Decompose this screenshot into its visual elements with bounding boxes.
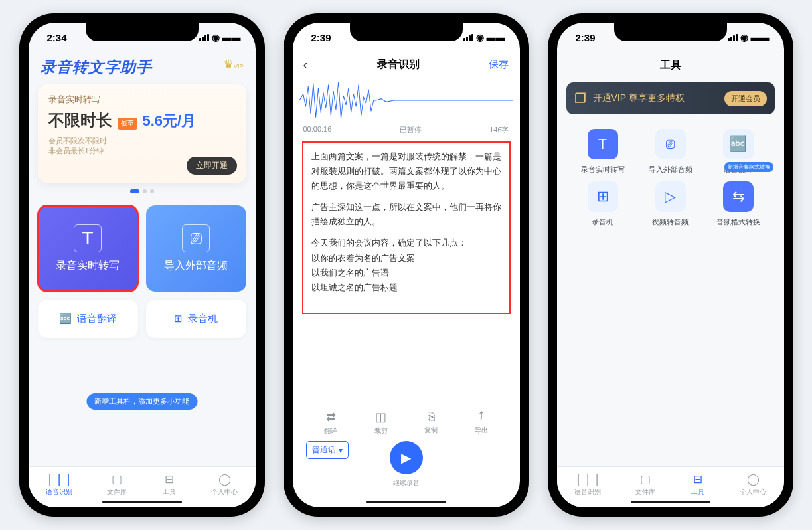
promo-card[interactable]: 录音实时转写 不限时长 低至 5.6元/月 会员不限次不限时 非会员最长1分钟 … xyxy=(38,84,246,183)
crop-action[interactable]: ◫裁剪 xyxy=(374,410,388,436)
translate-action[interactable]: ⇄翻译 xyxy=(324,410,337,436)
recorder-icon: ⊞ xyxy=(588,181,618,212)
notch xyxy=(350,23,463,41)
home-indicator[interactable] xyxy=(366,501,446,503)
export-action[interactable]: ⤴导出 xyxy=(475,410,488,436)
promo-note2: 非会员最长1分钟 xyxy=(48,147,104,155)
signal-icon xyxy=(728,34,738,41)
nav-title: 录音识别 xyxy=(377,58,420,72)
tool-recorder[interactable]: ⊞ 录音机 xyxy=(572,181,634,227)
wifi-icon: ◉ xyxy=(476,32,484,43)
battery-icon: ▬▬ xyxy=(487,32,505,43)
home-indicator[interactable] xyxy=(631,501,710,503)
tools-icon: ⊟ xyxy=(690,472,705,486)
phone-home: 2:34➤ ◉ ▬▬ 录音转文字助手 ♛VIP 录音实时转写 不限时长 低至 5… xyxy=(19,13,265,517)
play-button[interactable]: ▶ xyxy=(390,441,423,474)
profile-icon: ◯ xyxy=(746,472,760,486)
tool-realtime[interactable]: T 录音实时转写 xyxy=(572,129,634,175)
export-icon: ⤴ xyxy=(478,410,484,424)
translate-icon: 🔤 xyxy=(723,129,754,159)
nav-bar: ‹ 录音识别 保存 xyxy=(293,52,520,77)
tool-video2audio[interactable]: ▷ 视频转音频 xyxy=(639,181,702,227)
crop-icon: ◫ xyxy=(375,410,386,424)
status-time: 2:39 xyxy=(576,32,596,43)
convert-icon: ⇆ xyxy=(723,181,754,212)
translate-icon: 🔤 xyxy=(59,313,72,325)
import-audio-card[interactable]: ⎚ 导入外部音频 xyxy=(146,205,246,292)
signal-icon xyxy=(463,34,473,41)
phone-tools: 2:39➤ ◉ ▬▬ 工具 ❐ 开通VIP 尊享更多特权 开通会员 T 录音实时… xyxy=(548,13,793,517)
play-icon: ▶ xyxy=(401,450,411,466)
copy-action[interactable]: ⎘复制 xyxy=(424,410,438,436)
recorder-icon: ⊞ xyxy=(174,313,183,325)
tab-profile[interactable]: ◯个人中心 xyxy=(740,472,766,497)
waveform[interactable] xyxy=(293,77,520,124)
play-caption: 继续录音 xyxy=(393,478,420,487)
time-bar: 00:00:16 已暂停 146字 xyxy=(293,125,520,135)
promo-headline: 不限时长 xyxy=(48,110,112,131)
promo-subtitle: 录音实时转写 xyxy=(48,94,236,106)
import-label: 导入外部音频 xyxy=(164,259,228,273)
transcript-p2: 广告主深知这一点，所以在文案中，他们一再将你描绘成独立的人。 xyxy=(311,200,501,229)
char-count: 146字 xyxy=(489,125,509,135)
status-time: 2:34 xyxy=(47,32,67,43)
realtime-label: 录音实时转写 xyxy=(56,259,120,273)
transcript-p5: 以我们之名的广告语 xyxy=(311,266,501,280)
tab-voice[interactable]: ❘❘❘语音识别 xyxy=(574,472,601,497)
save-button[interactable]: 保存 xyxy=(489,58,509,71)
promo-badge: 低至 xyxy=(118,118,137,130)
play-status: 已暂停 xyxy=(400,125,422,135)
tab-files[interactable]: ▢文件库 xyxy=(635,472,655,497)
voice-translate-card[interactable]: 🔤 语音翻译 xyxy=(38,300,138,338)
notch xyxy=(86,23,199,41)
new-feature-pill[interactable]: 新增工具栏，添加更多小功能 xyxy=(86,393,197,410)
activate-button[interactable]: 立即开通 xyxy=(187,157,237,175)
promo-price: 5.6元/月 xyxy=(143,111,197,131)
phone-recognition: 2:39➤ ◉ ▬▬ ‹ 录音识别 保存 00:00:16 已暂停 146 xyxy=(284,13,529,517)
tool-translate[interactable]: 🔤 语音翻译 新增音频格式转换 xyxy=(707,129,770,175)
new-badge: 新增音频格式转换 xyxy=(724,162,773,172)
vip-banner[interactable]: ❐ 开通VIP 尊享更多特权 开通会员 xyxy=(566,82,775,114)
action-toolbar: ⇄翻译 ◫裁剪 ⎘复制 ⤴导出 xyxy=(293,404,520,436)
import-icon: ⎚ xyxy=(655,129,686,159)
voice-icon: ❘❘❘ xyxy=(52,472,66,486)
tab-tools[interactable]: ⊟工具 xyxy=(162,472,177,497)
voice-icon: ❘❘❘ xyxy=(580,472,595,486)
recorder-card[interactable]: ⊞ 录音机 xyxy=(146,300,246,338)
vip-crown-icon[interactable]: ♛VIP xyxy=(223,57,244,72)
transcribe-icon: T xyxy=(74,224,102,252)
folder-icon: ▢ xyxy=(638,472,653,486)
tab-profile[interactable]: ◯个人中心 xyxy=(211,472,238,497)
transcript-box[interactable]: 上面两篇文案，一篇是对服装传统的解禁，一篇是对服装规则的打破。两篇文案都体现了以… xyxy=(302,141,511,314)
transcript-p6: 以坦诚之名的广告标题 xyxy=(311,280,501,295)
tab-tools[interactable]: ⊟工具 xyxy=(690,472,705,497)
promo-note1: 会员不限次不限时 xyxy=(48,137,107,145)
home-indicator[interactable] xyxy=(102,501,182,503)
transcript-p4: 以你的衣着为名的广告文案 xyxy=(311,251,501,266)
wifi-icon: ◉ xyxy=(740,32,748,43)
recorder-label: 录音机 xyxy=(188,313,218,325)
tab-voice[interactable]: ❘❘❘语音识别 xyxy=(46,472,72,497)
language-label: 普通话 xyxy=(312,444,336,456)
realtime-transcribe-card[interactable]: T 录音实时转写 xyxy=(38,205,138,292)
folder-icon: ▢ xyxy=(110,472,124,486)
page-title: 工具 xyxy=(557,52,784,78)
video-icon: ▷ xyxy=(655,181,686,212)
notch xyxy=(614,23,727,41)
import-icon: ⎚ xyxy=(182,224,210,252)
tools-icon: ⊟ xyxy=(162,472,177,486)
vip-activate-button[interactable]: 开通会员 xyxy=(724,91,767,106)
tab-files[interactable]: ▢文件库 xyxy=(107,472,127,497)
vip-card-icon: ❐ xyxy=(574,90,586,106)
chevron-down-icon: ▾ xyxy=(339,446,343,455)
language-selector[interactable]: 普通话 ▾ xyxy=(306,441,349,459)
realtime-icon: T xyxy=(588,129,618,159)
signal-icon xyxy=(199,34,209,41)
tool-audio-convert[interactable]: ⇆ 音频格式转换 xyxy=(707,181,770,227)
tool-import[interactable]: ⎚ 导入外部音频 xyxy=(639,129,702,175)
back-button[interactable]: ‹ xyxy=(303,57,308,72)
translate-label: 语音翻译 xyxy=(77,313,117,325)
battery-icon: ▬▬ xyxy=(751,32,770,43)
vip-banner-text: 开通VIP 尊享更多特权 xyxy=(593,92,718,104)
profile-icon: ◯ xyxy=(217,472,232,486)
